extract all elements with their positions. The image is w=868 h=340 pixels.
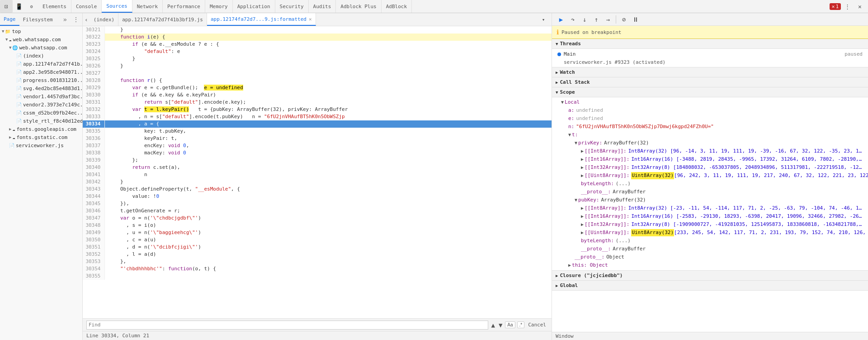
tree-item-app1[interactable]: 📄 app.12174fa72d7f41b... [0,60,82,68]
prop-row-t-proto: __proto__: Object [552,253,868,261]
line-code: , n = s["default"].encode(t.pubKey) n = … [104,113,552,120]
tree-item-progress[interactable]: 📄 progress.001831210... [0,76,82,84]
tab-adblock-plus[interactable]: Adblock Plus [336,0,381,13]
prop-row-pubkey-int8[interactable]: ▶ [[Int8Array]]: Int8Array(32) [-23, -11… [552,204,868,212]
file-icon-index: 📄 [16,53,22,58]
tree-item-app2[interactable]: 📄 app2.3e958ce948071... [0,68,82,76]
find-cancel-button[interactable]: Cancel [526,322,548,328]
tree-item-style-rtl[interactable]: 📄 style_rtl_f8c40d12edb... [0,117,82,125]
tab-memory[interactable]: Memory [205,0,233,13]
prop-key-pubkey-int32: [[Int32Array]]: [585,221,629,228]
local-header-row[interactable]: ▼ Local [552,98,868,106]
tree-item-serviceworker[interactable]: 📄 serviceworker.js [0,141,82,149]
prop-key-privkey-int16: [[Int16Array]]: [585,156,629,163]
find-input[interactable] [86,321,488,330]
sidebar-tab-filesystem[interactable]: Filesystem [19,13,57,26]
local-arrow-icon: ▼ [561,99,564,106]
mobile-icon[interactable]: 📱 [13,0,25,13]
thread-main-row[interactable]: Main paused [552,50,868,58]
section-scope-header[interactable]: ▼ Scope [552,87,868,97]
prop-row-pubkey-int16[interactable]: ▶ [[Int16Array]]: Int16Array(16) [-2583,… [552,212,868,220]
threads-label: Threads [560,41,580,47]
prop-row-privkey[interactable]: ▼ privKey: ArrayBuffer(32) [552,139,868,147]
tree-item-top[interactable]: ▼ 📁 top [0,27,82,35]
prop-row-pubkey[interactable]: ▼ pubKey: ArrayBuffer(32) [552,196,868,204]
section-threads-header[interactable]: ▼ Threads [552,39,868,49]
prop-row-privkey-uint8[interactable]: ▶ [[Uint8Array]]: Uint8Array(32) [96, 24… [552,172,868,180]
tab-audits[interactable]: Audits [309,0,336,13]
find-next-icon[interactable]: ▼ [498,321,503,329]
error-badge[interactable]: ✕ 1 [830,3,841,10]
table-row: 30353 }, [83,258,552,265]
section-global-header[interactable]: ▶ Global [552,281,868,291]
line-code: , s = i(o) [104,222,552,229]
prop-row-this[interactable]: ▶ this: Object [552,261,868,269]
prop-key-pubkey: pubKey: [578,196,599,204]
prop-val-privkey-uint8-highlight: Uint8Array(32) [631,172,674,179]
global-arrow-icon: ▶ [556,283,558,288]
file-tab-app-orig[interactable]: app.12174fa72d7f41b3bf19.js [118,13,207,26]
code-area[interactable]: 30321 } 30322 function i(e) { 30323 if (… [83,26,552,318]
prop-row-privkey-int16[interactable]: ▶ [[Int16Array]]: Int16Array(16) [-3488,… [552,155,868,163]
section-callstack-header[interactable]: ▶ Call Stack [552,77,868,87]
sidebar-tab-page[interactable]: Page [0,13,19,26]
find-match-case-button[interactable]: Aa [505,321,515,328]
tab-adblock[interactable]: AdBlock [382,0,412,13]
tree-arrow-top: ▼ [2,29,4,34]
prop-row-t[interactable]: ▼ t: [552,131,868,139]
tree-item-gstatic[interactable]: ▶ ☁ fonts.gstatic.com [0,133,82,141]
table-row: 30333 , n = s["default"].encode(t.pubKey… [83,113,552,120]
file-tab-index[interactable]: (index) [90,13,118,26]
sidebar-menu-icon[interactable]: ⋮ [70,13,82,26]
step-into-button[interactable]: ↓ [579,14,590,25]
tree-item-whatsapp-cloud[interactable]: ▼ ☁ web.whatsapp.com [0,35,82,43]
prop-row-privkey-int8[interactable]: ▶ [[Int8Array]]: Int8Array(32) [96, -14,… [552,147,868,155]
step-over-button[interactable]: ↷ [567,14,578,25]
settings-icon[interactable]: ⚙ [25,0,38,13]
close-devtools-icon[interactable]: ✕ [854,0,866,13]
tree-item-vendor2[interactable]: 📄 vendor2.3973e7c149c... [0,101,82,109]
step-out-button[interactable]: ↑ [591,14,602,25]
sidebar-more-icon[interactable]: » [61,16,70,23]
prop-row-privkey-int32[interactable]: ▶ [[Int32Array]]: Int32Array(8) [1848080… [552,163,868,172]
tree-item-vendor1[interactable]: 📄 vendor1.4457d9af3bc... [0,92,82,101]
resume-button[interactable]: ▶ [556,14,566,25]
step-button[interactable]: → [603,14,613,25]
scope-label: Scope [560,89,575,95]
tab-performance[interactable]: Performance [163,0,205,13]
pause-on-exception-button[interactable]: ⏸ [630,14,641,25]
tree-item-cssm[interactable]: 📄 cssm_d52bc09fb24ec... [0,109,82,117]
section-watch-header[interactable]: ▶ Watch [552,67,868,77]
prop-row-pubkey-uint8[interactable]: ▶ [[Uint8Array]]: Uint8Array(32) [233, 2… [552,229,868,237]
overflow-menu-icon[interactable]: ⋮ [841,0,854,13]
tree-label-vendor1: vendor1.4457d9af3bc... [23,94,82,100]
file-icon-cssm: 📄 [16,110,22,115]
deactivate-breakpoints-button[interactable]: ⊘ [618,14,629,25]
prop-row-pubkey-int32[interactable]: ▶ [[Int32Array]]: Int32Array(8) [-190900… [552,220,868,229]
file-tab-app-formatted[interactable]: app.12174fa72d7...9.js:formatted ✕ [207,13,316,26]
tree-item-index[interactable]: 📄 (index) [0,52,82,60]
file-tab-back-icon[interactable]: ‹ [83,13,90,26]
prop-key-privkey: privKey: [578,139,602,147]
file-tab-overflow-icon[interactable]: ▾ [537,13,550,26]
prop-val-privkey-bytelength: (...) [616,180,631,187]
tree-item-svg[interactable]: 📄 svg.4ed2bc85e4883d1... [0,84,82,92]
dock-icon[interactable]: ⊡ [0,0,13,13]
tree-item-googleapis[interactable]: ▶ ☁ fonts.googleapis.com [0,125,82,133]
tab-elements[interactable]: Elements [38,0,71,13]
tab-security[interactable]: Security [275,0,309,13]
tab-application[interactable]: Application [233,0,275,13]
find-prev-icon[interactable]: ▲ [490,321,495,329]
tab-sources[interactable]: Sources [102,0,132,13]
line-number: 30331 [83,99,104,106]
line-code: var o = n('\"chdbcjgdbf\"') [104,215,552,222]
threads-arrow-icon: ▼ [556,42,558,46]
tree-item-whatsapp-domain[interactable]: ▼ 🌐 web.whatsapp.com [0,43,82,52]
tab-console[interactable]: Console [71,0,102,13]
section-closure-header[interactable]: ▶ Closure ("jcjciedbb") [552,271,868,281]
file-icon-svg: 📄 [16,86,22,91]
file-tab-close-icon[interactable]: ✕ [309,16,312,22]
line-code: }, [104,258,552,265]
tab-network[interactable]: Network [132,0,163,13]
find-regex-button[interactable]: .* [517,321,525,328]
